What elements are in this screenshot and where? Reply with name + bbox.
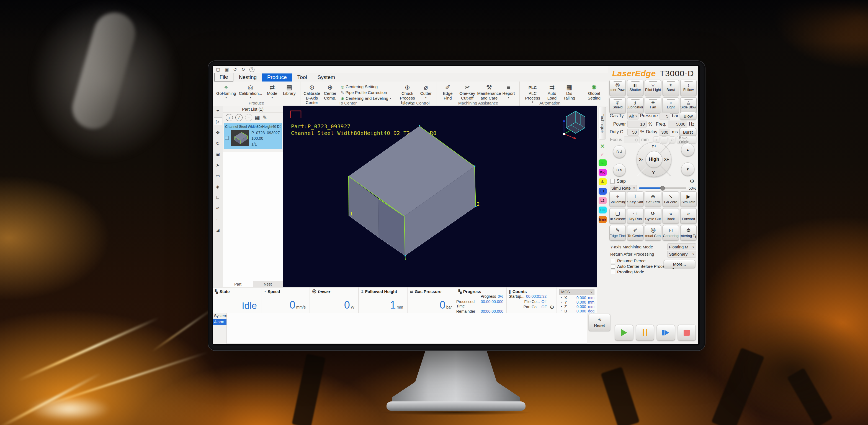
burst-toggle[interactable]: ↯Burst [662,80,679,96]
jog-speed-button[interactable]: High [646,151,662,168]
z-down-button[interactable]: ▼ [681,163,694,176]
centering-button[interactable]: ⊡Centering [662,225,679,240]
tab-part[interactable]: Part [223,281,253,287]
z-up-button[interactable]: ▲ [681,143,694,157]
resume-button[interactable] [657,324,675,341]
b-cw-button[interactable]: B↻ [613,164,626,176]
mode-button[interactable]: ⇄ Mode ▾ [264,83,281,100]
more-button[interactable]: More... [664,260,695,268]
return-mode-select[interactable]: Stationary∨ [667,251,696,258]
gear-icon[interactable]: ⚙ [690,178,694,185]
part-checkbox[interactable] [225,136,229,140]
check-part-icon[interactable]: ✓ [235,114,243,121]
layer-chip-mark[interactable]: Mark [598,216,607,223]
dry-run-button[interactable]: ⇨Dry Run [627,208,644,224]
close-icon[interactable]: ✕ [600,143,605,149]
auto-load-button[interactable]: ⇉ Auto Load [543,83,561,101]
cube-view-icon[interactable]: ◈ [214,183,222,190]
global-setting-button[interactable]: ✺ Global Setting [583,83,606,101]
edge-find-button[interactable]: ✎Edge Find [610,225,626,240]
layer-chip-l1[interactable]: L1 [598,188,607,195]
resume-pierce-checkbox[interactable] [611,259,615,263]
layer-chip-l3[interactable]: L3 [598,206,607,214]
library-button[interactable]: ▤ Library [281,83,298,97]
report-button[interactable]: ≡ Report ▾ [500,83,517,100]
go-zero-button[interactable]: ↘Go Zero [662,191,679,207]
menu-tool[interactable]: Tool [292,74,312,82]
pause-button[interactable] [636,324,654,341]
pipe-profile-button[interactable]: ✎ Pipe Profile Correction [341,90,391,95]
blow-button[interactable]: Blow [680,112,696,120]
lubrication-toggle[interactable]: ∮Lubrication [627,97,644,113]
light-toggle[interactable]: ☼Light [662,97,679,113]
rotate-icon[interactable]: ↻ [214,140,222,147]
freq-input[interactable]: 5000 [668,121,687,128]
y-axis-mode-select[interactable]: Floating M∨ [667,244,696,250]
marquee-icon[interactable]: ▭ [214,172,222,179]
gohoming-button[interactable]: ⌖ GoHoming ▾ [215,83,238,100]
to-center-button[interactable]: ✐To Center [627,225,644,240]
tab-technique[interactable]: Technique [598,107,607,139]
cut-selected-button[interactable]: ▢Cut Selected [610,208,626,224]
orientation-cube[interactable] [560,108,593,139]
burst-button[interactable]: Burst [679,128,696,136]
shield-toggle[interactable]: ◎Shield [610,97,626,113]
apply-icon[interactable]: ✓ [600,152,605,157]
pressure-input[interactable]: 5 [659,113,670,119]
side-blow-toggle[interactable]: ◬Side Blow [680,97,696,113]
laser-power-toggle[interactable]: ⓌLaser Power [610,80,626,96]
forward-button[interactable]: »Forward [680,208,696,224]
b-ccw-button[interactable]: B↺ [613,145,626,158]
menu-file[interactable]: File [214,73,234,82]
jog-x-minus[interactable]: X- [639,157,643,162]
pointer-icon[interactable]: ➤ [214,161,222,169]
gohoming-grid-button[interactable]: ⌖GoHoming [610,191,626,207]
part-list-item[interactable]: Channel Steel Width80xHeight40 D2 T2 L10… [224,123,282,149]
remove-part-icon[interactable]: − [245,114,252,121]
back-button[interactable]: «Back [662,208,679,224]
shutter-toggle[interactable]: ◧Shutter [627,80,644,96]
proofing-mode-checkbox[interactable] [611,270,615,274]
layer-chip-l2[interactable]: L2 [598,197,607,204]
log-output[interactable] [226,313,587,344]
tab-alarm[interactable]: Alarm [213,319,226,325]
calibration-button[interactable]: ◎ Calibration... ▾ [238,83,264,100]
start-button[interactable] [615,324,633,341]
collapse-icon[interactable]: ◂▸ [214,107,222,114]
reset-button[interactable]: ⟲ Reset [589,314,610,331]
new-file-icon[interactable]: ▢ [216,67,220,72]
undo-icon[interactable]: ↺ [233,67,237,72]
fit-view-icon[interactable]: ▣ [214,150,222,158]
duty-input[interactable]: 50 [627,129,639,136]
simu-rate-select[interactable]: Simu Rate∨ [610,185,637,192]
gas-type-select[interactable]: Air∨ [627,113,639,119]
redo-icon[interactable]: ↻ [242,67,245,72]
jog-y-plus[interactable]: Y+ [651,144,656,148]
delay-input[interactable]: 300 [659,129,670,136]
layer-chip-mid[interactable]: Mid [598,169,607,176]
inspect-icon[interactable]: ∞ [214,205,222,212]
maintenance-button[interactable]: ⚒ Maintenance and Care [478,83,500,101]
edge-find-button[interactable]: ✐ Edge Find [439,83,456,101]
slope-icon[interactable]: ◢ [214,226,222,233]
jog-pad[interactable]: Y+ Y- X- X+ High [637,142,672,177]
coord-system-select[interactable]: MCS∨ [559,289,594,295]
pilot-light-toggle[interactable]: ▽Pilot Light [645,80,661,96]
edit-part-icon[interactable]: ✎ [262,114,267,121]
simulate-button[interactable]: ▶Simulate [680,191,696,207]
one-key-sample-button[interactable]: ⊺One Key Sample [627,191,644,207]
center-comp-button[interactable]: ⊕ Center Comp. [321,83,339,101]
manual-center-button[interactable]: ⓂManual Center [645,225,661,240]
slider-thumb[interactable] [660,186,665,191]
jog-x-plus[interactable]: X+ [664,157,669,162]
set-zero-button[interactable]: ⊕Set Zero [645,191,661,207]
tab-system[interactable]: System [213,313,226,319]
cutter-button[interactable]: ⌀ Cutter ▾ [417,83,434,100]
channel-icon[interactable]: ∟ [214,194,222,201]
centering-leveling-button[interactable]: ◉ Centering and Leveling ▾ [341,96,391,101]
dis-tailing-button[interactable]: ▦ Dis Tailing [561,83,578,101]
add-part-icon[interactable]: + [226,114,233,121]
help-icon[interactable]: ? [249,67,254,72]
nest-parts-icon[interactable]: ▦ [255,114,260,121]
simu-rate-slider[interactable] [639,188,686,189]
